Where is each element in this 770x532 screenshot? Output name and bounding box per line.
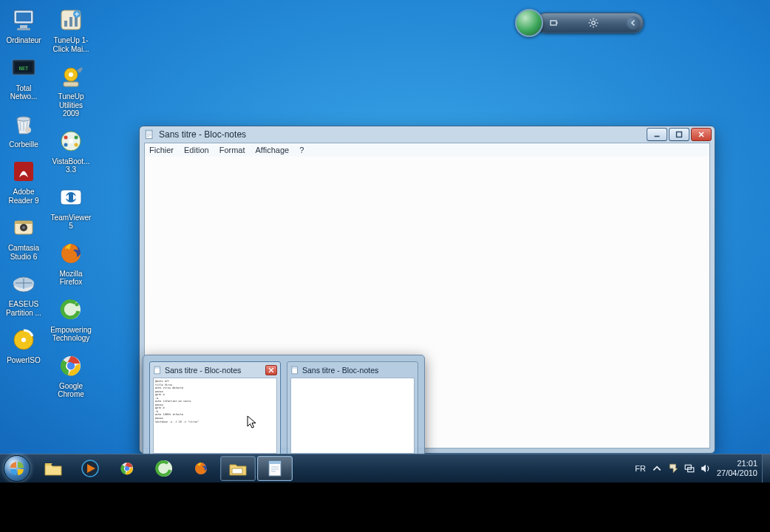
desktop-icon-label: Mozilla Firefox xyxy=(50,270,92,287)
menu-file[interactable]: Fichier xyxy=(149,146,174,154)
svg-point-8 xyxy=(25,127,31,133)
desktop-icon-firefox[interactable]: Mozilla Firefox xyxy=(50,238,92,287)
preview-title: Sans titre - Bloc-notes xyxy=(302,366,415,375)
svg-point-27 xyxy=(69,139,73,143)
taskbar-item-chrome[interactable] xyxy=(109,456,145,481)
menu-view[interactable]: Affichage xyxy=(256,146,290,154)
preview-close-button[interactable] xyxy=(265,365,277,375)
window-title: Sans titre - Bloc-notes xyxy=(159,129,647,140)
taskbar: FR 21:01 27/04/2010 xyxy=(0,454,770,482)
volume-icon[interactable] xyxy=(701,463,711,474)
desktop-icon-label: VistaBoot... 3.3 xyxy=(50,157,92,174)
desktop-icon-vistaboot[interactable]: VistaBoot... 3.3 xyxy=(50,126,92,174)
svg-point-31 xyxy=(75,143,78,146)
desktop-icon-tuneup-oneclick[interactable]: TuneUp 1-Click Mai... xyxy=(50,4,92,53)
desktop-icon-label: TuneUp 1-Click Mai... xyxy=(50,36,92,53)
title-bar[interactable]: Sans titre - Bloc-notes xyxy=(140,126,715,143)
notepad-icon xyxy=(153,366,162,375)
desktop-icon-chrome[interactable]: Google Chrome xyxy=(50,350,92,399)
taskbar-item-orb-app[interactable] xyxy=(146,456,182,481)
empowering-icon xyxy=(55,294,86,325)
maximize-button[interactable] xyxy=(669,128,689,141)
gear-icon[interactable] xyxy=(587,17,599,29)
svg-point-17 xyxy=(21,338,26,342)
desktop-icon-label: Ordinateur xyxy=(6,36,41,45)
desktop-icon-recycle-bin[interactable]: Corbeille xyxy=(3,109,44,149)
computer-icon xyxy=(8,4,39,35)
show-desktop-button[interactable] xyxy=(762,454,770,482)
desktop-icon-poweriso[interactable]: PowerISO xyxy=(3,324,44,365)
desktop-icon-tuneup-2009[interactable]: TuneUp Utilities 2009 xyxy=(50,61,92,118)
preview-thumb-2[interactable]: Sans titre - Bloc-notes xyxy=(287,361,418,457)
menu-edit[interactable]: Edition xyxy=(184,146,209,154)
preview-body: @echo off title Virus echo virus detecte… xyxy=(153,378,277,454)
desktop-icon-computer[interactable]: Ordinateur xyxy=(3,4,44,45)
easeus-icon xyxy=(8,268,39,299)
notepad-icon xyxy=(144,129,154,140)
svg-rect-41 xyxy=(556,22,558,24)
desktop-icon-label: TeamViewer 5 xyxy=(50,214,92,231)
taskbar-item-notepad[interactable] xyxy=(257,456,293,481)
svg-rect-60 xyxy=(292,366,298,374)
desktop-icon-adobe-reader[interactable]: Adobe Reader 9 xyxy=(3,156,44,205)
svg-rect-1 xyxy=(16,13,31,21)
desktop-icon-empowering[interactable]: Empowering Technology xyxy=(50,294,92,343)
action-center-icon[interactable] xyxy=(668,463,678,474)
total-networ-icon: NET xyxy=(8,52,39,83)
close-button[interactable] xyxy=(691,128,712,141)
vistaboot-icon xyxy=(55,126,86,157)
svg-rect-2 xyxy=(20,25,27,28)
gadget-bar[interactable] xyxy=(515,10,644,35)
svg-point-24 xyxy=(69,72,73,77)
gadget-orb-icon[interactable] xyxy=(515,9,543,37)
clock[interactable]: 21:01 27/04/2010 xyxy=(717,459,757,477)
poweriso-icon xyxy=(8,324,39,355)
language-indicator[interactable]: FR xyxy=(635,464,646,473)
minimize-button[interactable] xyxy=(647,128,667,141)
svg-line-47 xyxy=(590,19,590,20)
svg-rect-20 xyxy=(69,17,72,27)
svg-point-12 xyxy=(22,226,25,229)
desktop-icon-total-networ[interactable]: NETTotal Netwo... xyxy=(3,52,44,101)
taskbar-item-folder[interactable] xyxy=(220,456,256,481)
desktop-icon-easeus[interactable]: EASEUS Partition ... xyxy=(3,268,44,317)
svg-rect-40 xyxy=(551,21,556,25)
svg-rect-51 xyxy=(146,130,152,138)
svg-rect-13 xyxy=(15,221,33,224)
svg-line-50 xyxy=(590,25,590,26)
taskbar-item-wmp[interactable] xyxy=(72,456,108,481)
desktop-area[interactable]: OrdinateurNETTotal Netwo...CorbeilleAdob… xyxy=(0,0,770,482)
menu-help[interactable]: ? xyxy=(299,146,304,154)
svg-point-29 xyxy=(75,135,78,139)
desktop-icon-label: Camtasia Studio 6 xyxy=(3,244,44,261)
svg-rect-19 xyxy=(64,21,67,27)
clock-time: 21:01 xyxy=(717,459,757,468)
tray-chevron-icon[interactable] xyxy=(652,463,662,474)
preview-thumb-1[interactable]: Sans titre - Bloc-notes @echo off title … xyxy=(149,361,281,457)
teamviewer-icon xyxy=(55,182,86,213)
taskbar-item-firefox[interactable] xyxy=(183,456,219,481)
network-icon[interactable] xyxy=(684,463,695,474)
svg-line-49 xyxy=(596,19,596,20)
adobe-reader-icon xyxy=(8,156,39,187)
svg-point-36 xyxy=(75,302,79,306)
taskbar-item-explorer[interactable] xyxy=(35,456,71,481)
svg-text:NET: NET xyxy=(19,66,29,72)
taskbar-preview-popup: Sans titre - Bloc-notes @echo off title … xyxy=(143,355,425,464)
svg-point-30 xyxy=(64,143,68,146)
gadget-pill xyxy=(536,13,644,33)
desktop-icon-label: EASEUS Partition ... xyxy=(3,300,44,317)
desktop-icon-label: TuneUp Utilities 2009 xyxy=(50,92,92,118)
clock-date: 27/04/2010 xyxy=(717,468,757,478)
desktop-icon-teamviewer[interactable]: TeamViewer 5 xyxy=(50,182,92,231)
start-button[interactable] xyxy=(0,454,34,482)
preview-body xyxy=(290,378,415,454)
desktop-icon-camtasia[interactable]: Camtasia Studio 6 xyxy=(3,212,44,261)
chevron-left-icon[interactable] xyxy=(627,16,640,30)
menu-format[interactable]: Format xyxy=(219,146,245,154)
svg-point-7 xyxy=(17,117,30,121)
firefox-icon xyxy=(55,238,86,269)
svg-rect-58 xyxy=(154,366,160,374)
svg-rect-3 xyxy=(17,28,30,30)
battery-icon[interactable] xyxy=(548,17,560,29)
